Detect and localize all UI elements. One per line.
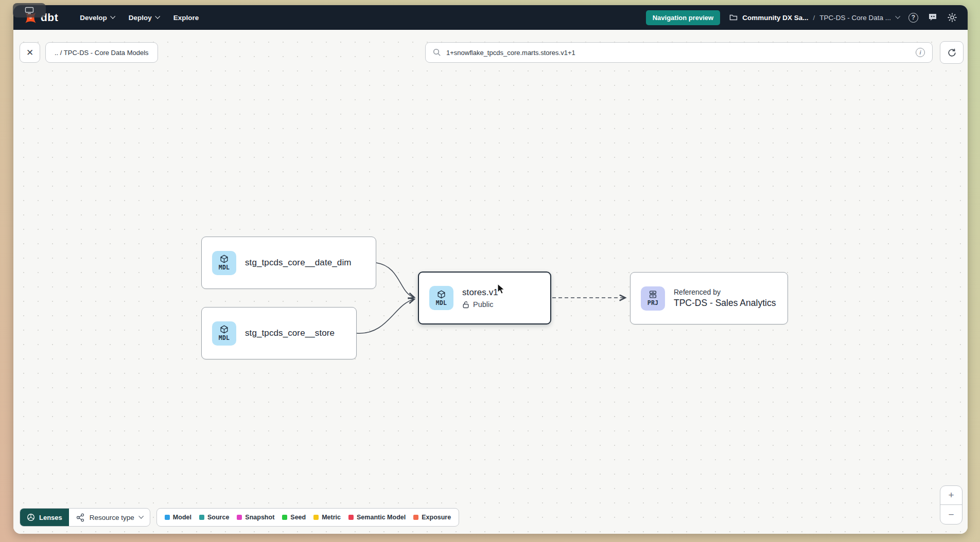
- legend-label: Snapshot: [245, 514, 274, 521]
- feedback-icon: [927, 13, 938, 22]
- breadcrumb-project[interactable]: Community DX Sa...: [742, 14, 808, 22]
- legend-swatch: [165, 515, 170, 520]
- node-text: Referenced by TPC-DS - Sales Analytics: [674, 288, 776, 309]
- model-badge: MDL: [212, 321, 236, 346]
- lenses-label: Lenses: [39, 514, 62, 521]
- info-icon[interactable]: i: [916, 48, 925, 57]
- legend-label: Model: [173, 514, 191, 521]
- legend-item-snapshot: Snapshot: [237, 514, 274, 521]
- node-kicker: Referenced by: [674, 288, 776, 296]
- chevron-down-icon: [155, 13, 160, 19]
- desktop-background: dbt Develop Deploy Explore Navigation pr…: [0, 0, 980, 542]
- feedback-button[interactable]: [927, 13, 938, 22]
- nav-menu-deploy-label: Deploy: [129, 14, 152, 22]
- node-referenced-project[interactable]: PRJ Referenced by TPC-DS - Sales Analyti…: [630, 272, 788, 324]
- chevron-down-icon: [138, 513, 144, 518]
- legend-swatch: [413, 515, 418, 520]
- lenses-button[interactable]: Lenses: [20, 509, 69, 526]
- legend-label: Exposure: [422, 514, 451, 521]
- nav-menu-develop[interactable]: Develop: [80, 14, 114, 22]
- legend-item-seed: Seed: [282, 514, 306, 521]
- project-badge: PRJ: [641, 286, 665, 311]
- lens-aperture-icon: [27, 513, 35, 521]
- lineage-breadcrumb-chip[interactable]: .. / TPC-DS - Core Data Models: [45, 42, 158, 63]
- badge-label: MDL: [219, 264, 230, 271]
- breadcrumb: Community DX Sa... / TPC-DS - Core Data …: [729, 14, 899, 22]
- legend-label: Metric: [322, 514, 341, 521]
- node-label: TPC-DS - Sales Analytics: [674, 298, 776, 309]
- chevron-down-icon: [110, 13, 115, 19]
- search-icon: [433, 48, 441, 57]
- navigation-preview-badge[interactable]: Navigation preview: [646, 10, 720, 25]
- zoom-out-button[interactable]: −: [940, 505, 962, 524]
- archive-icon: [649, 290, 657, 299]
- node-label: stg_tpcds_core__date_dim: [245, 258, 352, 268]
- lens-control: Lenses Resource type: [20, 508, 150, 527]
- cube-icon: [220, 255, 229, 263]
- cube-icon: [437, 290, 446, 299]
- node-stg-tpcds-core-store[interactable]: MDL stg_tpcds_core__store: [201, 307, 357, 359]
- unlock-icon: [462, 301, 469, 309]
- gear-icon: [947, 12, 957, 23]
- refresh-icon: [947, 48, 957, 58]
- screen-share-indicator: [13, 3, 46, 17]
- resource-type-icon: [76, 513, 85, 522]
- node-access: Public: [462, 300, 498, 309]
- nav-menu-explore-label: Explore: [173, 14, 199, 22]
- plus-icon: +: [948, 490, 954, 501]
- legend-item-metric: Metric: [313, 514, 341, 521]
- top-navbar: dbt Develop Deploy Explore Navigation pr…: [13, 5, 968, 30]
- legend-swatch: [237, 515, 242, 520]
- badge-label: MDL: [219, 334, 230, 341]
- lineage-search[interactable]: i: [425, 42, 933, 63]
- legend-item-model: Model: [165, 514, 191, 521]
- minus-icon: −: [948, 509, 954, 520]
- node-label: stores.v1: [462, 287, 498, 298]
- lineage-breadcrumb-label: .. / TPC-DS - Core Data Models: [55, 49, 149, 57]
- legend-swatch: [199, 515, 204, 520]
- zoom-in-button[interactable]: +: [940, 486, 962, 505]
- settings-button[interactable]: [947, 12, 957, 23]
- legend-item-source: Source: [199, 514, 229, 521]
- legend-label: Seed: [290, 514, 306, 521]
- cube-icon: [220, 325, 229, 334]
- node-text: stores.v1 Public: [462, 287, 498, 309]
- lineage-search-input[interactable]: [446, 49, 911, 57]
- model-badge: MDL: [212, 251, 236, 275]
- nav-menu-develop-label: Develop: [80, 14, 107, 22]
- legend-swatch: [313, 515, 319, 520]
- legend-label: Semantic Model: [357, 514, 406, 521]
- legend-item-exposure: Exposure: [413, 514, 451, 521]
- breadcrumb-section[interactable]: TPC-DS - Core Data ...: [819, 14, 891, 22]
- breadcrumb-separator: /: [813, 14, 815, 22]
- app-window: dbt Develop Deploy Explore Navigation pr…: [13, 5, 968, 534]
- legend-label: Source: [207, 514, 229, 521]
- help-button[interactable]: ?: [908, 13, 918, 23]
- chevron-down-icon[interactable]: [895, 13, 900, 19]
- badge-label: PRJ: [647, 299, 659, 306]
- legend-swatch: [282, 515, 287, 520]
- close-lineage-button[interactable]: ✕: [20, 42, 40, 63]
- model-badge: MDL: [429, 286, 453, 310]
- lineage-canvas[interactable]: ✕ .. / TPC-DS - Core Data Models i: [13, 30, 968, 534]
- badge-label: MDL: [436, 299, 447, 306]
- resource-type-label: Resource type: [90, 514, 134, 521]
- monitor-icon: [25, 7, 34, 14]
- refresh-lineage-button[interactable]: [940, 41, 964, 64]
- help-icon: ?: [908, 13, 918, 23]
- nav-menu-explore[interactable]: Explore: [173, 14, 199, 22]
- legend-swatch: [348, 515, 354, 520]
- node-stores-v1[interactable]: MDL stores.v1 Public: [418, 272, 551, 324]
- navbar-right: Navigation preview Community DX Sa... / …: [646, 10, 957, 25]
- resource-type-dropdown[interactable]: Resource type: [69, 509, 150, 526]
- zoom-controls: + −: [940, 485, 962, 525]
- close-icon: ✕: [26, 47, 33, 58]
- legend-item-semantic-model: Semantic Model: [348, 514, 406, 521]
- navbar-left: dbt Develop Deploy Explore: [24, 11, 199, 25]
- node-stg-tpcds-core-date-dim[interactable]: MDL stg_tpcds_core__date_dim: [201, 237, 376, 289]
- node-label: stg_tpcds_core__store: [245, 328, 335, 338]
- canvas-footer: Lenses Resource type: [20, 508, 459, 527]
- nav-menu-deploy[interactable]: Deploy: [129, 14, 159, 22]
- resource-legend: Model Source Snapshot Seed: [156, 508, 459, 527]
- folder-icon: [729, 14, 738, 21]
